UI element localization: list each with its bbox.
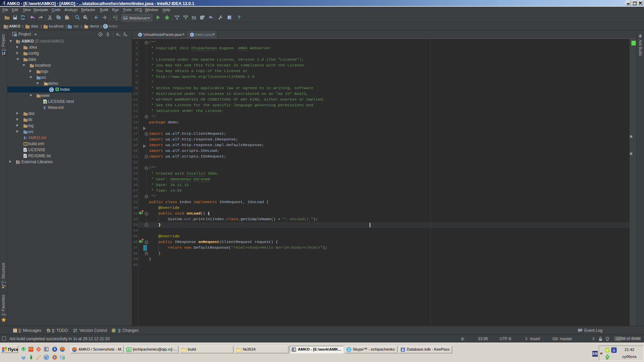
svg-text:C: C (50, 88, 53, 92)
svg-text:C: C (139, 33, 141, 37)
svg-text:A: A (84, 16, 86, 19)
svg-text:J: J (2, 1, 4, 5)
svg-text:e: e (45, 355, 47, 359)
svg-text:VCS: VCS (174, 15, 179, 17)
svg-text:C: C (191, 33, 193, 37)
svg-text:qip: qip (606, 358, 608, 360)
svg-text:VCS: VCS (183, 15, 188, 17)
svg-text:<>: <> (24, 143, 27, 145)
svg-text:C: C (104, 24, 107, 28)
svg-text:01: 01 (115, 18, 118, 20)
